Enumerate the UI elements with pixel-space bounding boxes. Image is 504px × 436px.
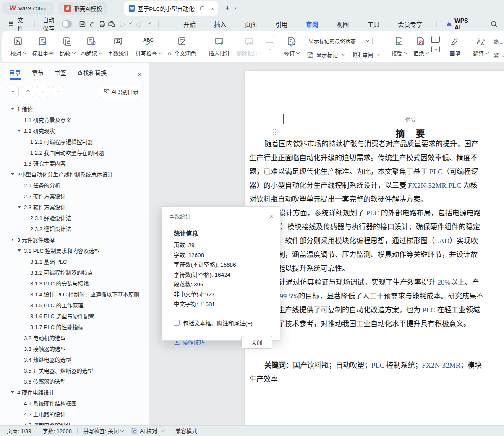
autosave-toggle[interactable]	[62, 20, 71, 28]
menu-tab-member[interactable]: 会员专享	[389, 17, 431, 31]
toc-item[interactable]: 3.1.4 设计 PLC 控制时，应遵循以下基本原则	[0, 288, 149, 299]
toc-item[interactable]: 2小型自动化分生产线控制系统总体设计	[0, 169, 149, 179]
review-pane-button[interactable]: 审阅	[351, 49, 382, 60]
redo-chevron-icon[interactable]	[148, 21, 151, 24]
save-button[interactable]	[78, 18, 86, 29]
toc-item[interactable]: 3.2 电动机的选型	[0, 332, 149, 343]
reject-button[interactable]: 拒绝	[410, 35, 431, 58]
toc-item[interactable]: 2.1 任务的分析	[0, 179, 149, 190]
tips-link[interactable]: 操作技巧	[174, 338, 205, 346]
markup-state-dropdown[interactable]: 显示标记的最终状态	[305, 36, 373, 46]
pen-button[interactable]: 画笔	[447, 35, 463, 58]
tab-docer-templates[interactable]: 稻壳AI模板	[58, 2, 108, 15]
translate-button[interactable]: 文A 翻译	[470, 35, 491, 58]
toc-item[interactable]: 3.1.3 PLC 的安装与接线	[0, 278, 149, 288]
toc-item[interactable]: 4.2 主电路的设计	[0, 408, 149, 419]
standard-review-button[interactable]: 标准审查	[29, 35, 57, 58]
ai-read-button[interactable]: AI朗读	[78, 35, 104, 58]
toc-item[interactable]: 3.1.7 PLC 的性能指标	[0, 321, 149, 332]
toc-item[interactable]: 4.1 系统硬件结构框图	[0, 397, 149, 408]
menu-tab-home[interactable]: 开始	[174, 17, 205, 31]
hamburger-icon[interactable]	[9, 23, 13, 24]
spell-check-button[interactable]: ABC 拼写检查	[132, 35, 165, 58]
revise-button[interactable]: 修订	[281, 35, 302, 58]
toc-item[interactable]: 2.2 硬件方案设计	[0, 190, 149, 201]
toc-item[interactable]: 2.3.2 逻辑设计法	[0, 223, 149, 234]
toc-item[interactable]: 3.5 开关电器、熔断器的选型	[0, 365, 149, 376]
toc-item[interactable]: 3.1.1 基础 PLC	[0, 256, 149, 267]
status-spell-check[interactable]: 拼写检查: 关闭	[83, 427, 123, 435]
toc-collapse-arrow-icon[interactable]	[18, 249, 21, 252]
toc-item[interactable]: 2.3.1 经验设计法	[0, 212, 149, 223]
wps-ai-button[interactable]: WPS AI	[442, 17, 475, 31]
dialog-close-icon[interactable]: ×	[270, 213, 273, 220]
toc-item[interactable]: 3.1.6 PLC 选型与硬件配置	[0, 310, 149, 321]
sidebar-tab-toc[interactable]: 目录	[9, 68, 21, 80]
menu-tab-review[interactable]: 审阅	[297, 17, 327, 31]
tab-document-active[interactable]: W 基于PLC的小型自动化分生产 ×	[124, 1, 218, 16]
toc-item[interactable]: 1.2 研究现状	[0, 125, 149, 136]
status-compat-mode[interactable]: 兼容模式	[175, 427, 197, 435]
dialog-close-button[interactable]: 关闭	[241, 336, 272, 349]
insert-comment-button[interactable]: 插入批注	[206, 35, 233, 58]
status-word-count[interactable]: 字数: 12608	[43, 427, 72, 435]
previous-change-icon[interactable]: ←	[431, 36, 440, 43]
share-icon[interactable]	[88, 18, 96, 29]
file-menu[interactable]: 文件	[17, 16, 25, 32]
sidebar-tab-chapters[interactable]: 章节	[32, 68, 44, 80]
show-markup-button[interactable]: 显示标记	[305, 49, 347, 60]
search-icon[interactable]	[490, 18, 498, 29]
toc-item[interactable]: 2.3 软件方案设计	[0, 201, 149, 212]
accept-button[interactable]: 接受	[389, 35, 410, 58]
menu-tab-view[interactable]: 视图	[327, 17, 358, 31]
checkbox-icon[interactable]	[174, 320, 180, 326]
proof-button[interactable]: 校对	[8, 35, 29, 58]
toc-item[interactable]: 4.3 控制电路的设计	[0, 419, 149, 425]
toc-collapse-arrow-icon[interactable]	[18, 130, 21, 132]
ai-polish-button[interactable]: AI 全文润色	[165, 35, 199, 58]
collapse-all-button[interactable]	[7, 86, 19, 97]
toc-item[interactable]: 3.1.5 PLC 的工作原理	[0, 299, 149, 310]
toc-collapse-arrow-icon[interactable]	[11, 108, 14, 110]
toc-item[interactable]: 4 硬件电路设计	[0, 387, 149, 397]
menu-tab-tools[interactable]: 工具	[358, 17, 389, 31]
to-traditional-button[interactable]: 简→ 转繁	[491, 36, 504, 47]
tab-list-chevron-icon[interactable]	[234, 5, 237, 9]
toc-collapse-arrow-icon[interactable]	[18, 206, 21, 208]
toc-item[interactable]: 1.2.2 我国自动吹塑存在的问题	[0, 147, 149, 158]
sidebar-tab-bookmarks[interactable]: 书签	[55, 68, 66, 80]
next-change-icon[interactable]: →	[431, 46, 440, 52]
toc-item[interactable]: 3.4 热继电器的选型	[0, 354, 149, 365]
status-ai-proof[interactable]: AI 校对	[131, 427, 164, 435]
tab-wps-office[interactable]: W WPS Office	[3, 2, 54, 15]
compare-button[interactable]: 比较	[57, 35, 78, 58]
include-footnotes-row[interactable]: 包括文本框、脚注和尾注(F)	[174, 319, 272, 327]
toc-item[interactable]: 3.1.2 可编程控制器的特点	[0, 267, 149, 278]
close-tab-icon[interactable]: ×	[211, 5, 214, 12]
toc-collapse-arrow-icon[interactable]	[11, 391, 14, 393]
print-preview-button[interactable]	[108, 18, 116, 29]
toc-collapse-arrow-icon[interactable]	[11, 173, 14, 175]
toc-item[interactable]: 3.3 接触器的选型	[0, 343, 149, 354]
sidebar-close-icon[interactable]: ×	[138, 71, 141, 78]
detach-window-icon[interactable]	[200, 6, 204, 10]
word-count-button[interactable]: 12 字数统计	[104, 35, 132, 58]
menu-tab-page[interactable]: 页面	[235, 17, 266, 31]
print-button[interactable]	[98, 18, 106, 29]
toc-item[interactable]: 3.6 传感器的选型	[0, 376, 149, 387]
toc-item[interactable]: 1.2.1 可编程序逻辑控制器	[0, 136, 149, 147]
new-tab-button[interactable]: +	[225, 4, 230, 13]
toc-item[interactable]: 1.3 研究主要内容	[0, 158, 149, 169]
sidebar-tab-find[interactable]: 查找和替换	[77, 68, 107, 80]
toc-item[interactable]: 1 绪论	[0, 103, 149, 114]
toc-collapse-arrow-icon[interactable]	[11, 239, 14, 241]
toc-item[interactable]: 3.1 PLC 控制要求和内容及选型	[0, 245, 149, 256]
document-page[interactable]: 摘要 摘 要 随着国内饮料市场的持续扩张与消费者对产品质量要求的提升，国产生产行…	[245, 71, 504, 425]
toc-item[interactable]: 3 元件器件选择	[0, 234, 149, 245]
toc-item[interactable]: 1.1 研究背景及意义	[0, 114, 149, 125]
dialog-launcher-icon[interactable]: ↘	[502, 54, 504, 59]
ai-recognize-toc-button[interactable]: AI识别目录	[99, 86, 143, 97]
menu-tab-insert[interactable]: 插入	[205, 17, 235, 31]
menu-tab-cite[interactable]: 引用	[266, 17, 297, 31]
expand-all-button[interactable]	[22, 86, 34, 97]
